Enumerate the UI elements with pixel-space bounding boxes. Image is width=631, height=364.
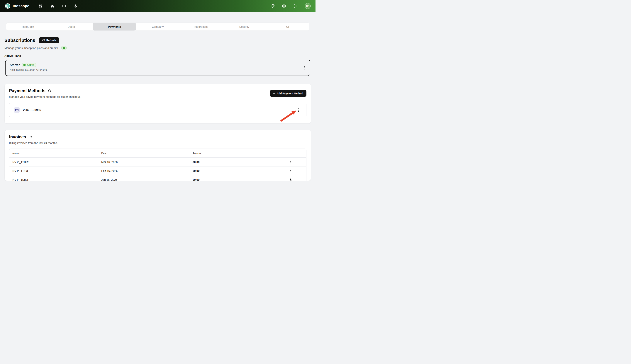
- payment-method-kebab-menu-button[interactable]: [297, 107, 300, 113]
- invoice-id: INV-in_1TBR0: [9, 160, 101, 164]
- payment-method-label: visa •••• 0955: [23, 108, 41, 112]
- invoice-date: Mar 16, 2026: [101, 160, 192, 164]
- refresh-button-label: Refresh: [46, 39, 56, 42]
- invoices-card: Invoices Billing invoices from the last …: [4, 130, 311, 181]
- add-payment-method-label: Add Payment Method: [277, 92, 303, 95]
- plan-card-starter: Starter Active Next invoice: $0.00 on 4/…: [5, 60, 310, 76]
- mic-icon[interactable]: [74, 4, 78, 8]
- invoice-date: Feb 16, 2026: [101, 169, 192, 172]
- plan-name: Starter: [10, 63, 20, 67]
- plus-icon: +: [273, 92, 275, 95]
- invoice-amount: $0.00: [192, 160, 273, 164]
- column-header-amount: Amount: [192, 152, 273, 155]
- credit-card-icon: [14, 107, 20, 113]
- inoscope-logo-icon: [5, 3, 10, 9]
- refresh-icon: [42, 39, 45, 42]
- subscriptions-section: Subscriptions Refresh Manage your subscr…: [0, 37, 316, 76]
- add-payment-method-button[interactable]: + Add Payment Method: [270, 90, 306, 97]
- home-icon[interactable]: [50, 4, 54, 8]
- table-row: INV-in_1Sq3H Jan 16, 2026 $0.00: [9, 175, 306, 181]
- check-circle-icon: [23, 64, 26, 66]
- refresh-icon: [48, 89, 51, 92]
- navbar-left-icons: [39, 4, 78, 8]
- folder-icon[interactable]: [62, 4, 66, 8]
- invoice-id: INV-in_1Sq3H: [9, 178, 101, 181]
- table-row: INV-in_1T1I3 Feb 16, 2026 $0.00: [9, 166, 306, 175]
- avatar[interactable]: CF: [304, 3, 311, 9]
- brand-name: Inoscope: [13, 4, 29, 8]
- active-plans-label: Active Plans: [4, 54, 311, 57]
- invoice-amount: $0.00: [192, 178, 273, 181]
- palette-icon[interactable]: [271, 4, 275, 8]
- plan-status-badge: Active: [22, 63, 36, 67]
- payment-method-row: visa •••• 0955: [9, 103, 306, 117]
- download-icon: [289, 160, 292, 164]
- invoices-title: Invoices: [9, 134, 26, 140]
- plan-status-label: Active: [27, 64, 34, 66]
- subscriptions-description: Manage your subscription plans and credi…: [4, 46, 59, 50]
- tab-integrations[interactable]: Integrations: [180, 23, 223, 30]
- table-row: INV-in_1TBR0 Mar 16, 2026 $0.00: [9, 158, 306, 166]
- invoices-table-header: Invoice Date Amount: [9, 149, 306, 158]
- tab-ratebook[interactable]: RateBook: [6, 23, 50, 30]
- brand: Inoscope: [5, 3, 29, 9]
- download-invoice-button[interactable]: [288, 160, 293, 164]
- invoices-table: Invoice Date Amount INV-in_1TBR0 Mar 16,…: [9, 148, 306, 181]
- refresh-subscriptions-button[interactable]: Refresh: [39, 37, 59, 43]
- settings-icon[interactable]: [282, 4, 286, 8]
- navbar-right-icons: CF: [271, 3, 311, 9]
- payment-methods-description: Manage your saved payment methods for fa…: [9, 95, 306, 98]
- tab-security[interactable]: Security: [223, 23, 266, 30]
- invoice-amount: $0.00: [192, 169, 273, 172]
- payment-methods-card: Payment Methods Manage your saved paymen…: [4, 84, 311, 124]
- dashboard-icon[interactable]: [39, 4, 43, 8]
- tab-users[interactable]: Users: [50, 23, 93, 30]
- invoice-id: INV-in_1T1I3: [9, 169, 101, 172]
- tab-company[interactable]: Company: [136, 23, 179, 30]
- refresh-invoices-button[interactable]: [29, 136, 32, 138]
- logout-icon[interactable]: [293, 4, 297, 8]
- subscriptions-status-badge: [61, 46, 66, 50]
- download-icon: [289, 169, 292, 172]
- plan-next-invoice: Next invoice: $0.00 on 4/16/2026: [10, 68, 306, 71]
- download-invoice-button[interactable]: [288, 178, 293, 181]
- download-icon: [289, 178, 292, 181]
- download-invoice-button[interactable]: [288, 168, 293, 173]
- refresh-payment-methods-button[interactable]: [48, 89, 51, 92]
- invoice-date: Jan 16, 2026: [101, 178, 192, 181]
- tab-ui[interactable]: UI: [266, 23, 309, 30]
- refresh-icon: [29, 136, 32, 138]
- column-header-date: Date: [101, 152, 192, 155]
- payment-methods-title: Payment Methods: [9, 88, 46, 93]
- subscriptions-title: Subscriptions: [4, 38, 35, 43]
- tab-payments[interactable]: Payments: [93, 23, 136, 30]
- plan-kebab-menu-button[interactable]: [303, 65, 306, 70]
- check-circle-icon: [62, 46, 65, 49]
- column-header-invoice: Invoice: [9, 152, 101, 155]
- top-navbar: Inoscope: [0, 0, 316, 12]
- settings-tabbar: RateBook Users Payments Company Integrat…: [6, 22, 310, 31]
- invoices-description: Billing invoices from the last 24 months…: [9, 141, 306, 144]
